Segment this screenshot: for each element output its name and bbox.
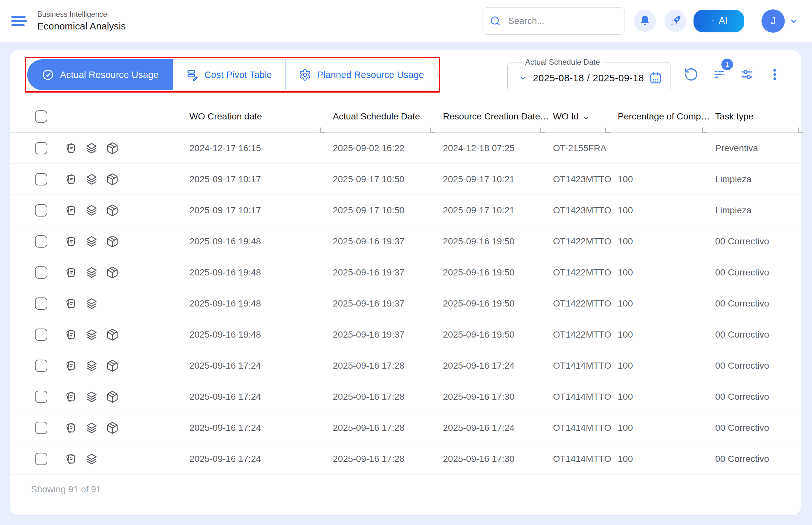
cell-actual-schedule-date: 2025-09-17 10:50 <box>323 174 433 184</box>
cell-percentage: 100 <box>608 423 706 433</box>
work-note-icon[interactable] <box>64 328 77 341</box>
table-header-row: WO Creation date Actual Schedule Date Re… <box>10 100 801 133</box>
layers-icon[interactable] <box>85 173 98 186</box>
filter-button[interactable]: 1 <box>712 67 726 82</box>
refresh-button[interactable] <box>684 67 699 82</box>
row-checkbox[interactable] <box>35 329 47 341</box>
cell-wo-creation-date: 2025-09-16 17:24 <box>180 392 323 402</box>
menu-icon[interactable] <box>11 16 27 26</box>
cell-wo-id: OT1414MTTO <box>543 361 608 371</box>
table-row: 2025-09-16 19:48 2025-09-16 19:37 2025-0… <box>10 257 801 288</box>
row-checkbox[interactable] <box>35 298 47 310</box>
select-all-checkbox[interactable] <box>35 110 47 123</box>
more-options-button[interactable] <box>767 67 782 82</box>
avatar[interactable]: J <box>762 10 785 33</box>
package-icon[interactable] <box>106 173 119 186</box>
calendar-icon[interactable] <box>649 71 663 85</box>
row-checkbox[interactable] <box>35 235 47 247</box>
tab-actual-resource-usage[interactable]: Actual Resource Usage <box>27 59 173 90</box>
row-checkbox[interactable] <box>35 422 47 434</box>
table-row: 2024-12-17 16:15 2025-09-02 16:22 2024-1… <box>10 133 801 164</box>
package-icon[interactable] <box>106 235 119 248</box>
layers-icon[interactable] <box>85 297 98 310</box>
date-range-filter[interactable]: Actual Schedule Date 2025-08-18 / 2025-0… <box>507 58 671 91</box>
row-checkbox[interactable] <box>35 360 47 372</box>
cell-percentage: 100 <box>608 205 706 215</box>
tab-planned-resource-usage[interactable]: Planned Resource Usage <box>285 59 438 90</box>
layers-icon[interactable] <box>85 142 98 155</box>
column-resize-handle[interactable] <box>430 127 435 133</box>
work-note-icon[interactable] <box>64 297 77 310</box>
layers-icon[interactable] <box>85 328 98 341</box>
ai-button-label: AI <box>719 15 728 27</box>
layers-icon[interactable] <box>85 452 98 465</box>
column-header-wo-creation-date[interactable]: WO Creation date <box>180 111 323 122</box>
column-header-percentage[interactable]: Percentage of Comp… <box>608 111 706 122</box>
breadcrumb: Business Intelligence Economical Analysi… <box>37 10 126 32</box>
column-resize-handle[interactable] <box>540 127 545 133</box>
cell-percentage: 100 <box>608 174 706 184</box>
account-menu-button[interactable] <box>788 16 799 27</box>
launch-button[interactable] <box>664 10 686 32</box>
layers-icon[interactable] <box>85 204 98 217</box>
row-checkbox[interactable] <box>35 266 47 279</box>
column-resize-handle[interactable] <box>702 127 707 133</box>
view-tabs: Actual Resource Usage Cost Pivot Table <box>27 59 438 90</box>
work-note-icon[interactable] <box>64 359 77 372</box>
sparkle-icon <box>709 17 717 25</box>
layers-icon[interactable] <box>85 359 98 372</box>
cell-task-type: 00 Correctivo <box>706 392 801 402</box>
date-range-value: 2025-08-18 / 2025-09-18 <box>528 73 649 84</box>
column-header-task-type[interactable]: Task type <box>706 111 801 122</box>
column-settings-button[interactable] <box>739 67 754 82</box>
cell-wo-id: OT1422MTTO <box>543 330 608 340</box>
column-header-wo-id[interactable]: WO Id <box>543 111 608 122</box>
column-header-resource-creation-date[interactable]: Resource Creation Date… <box>433 111 543 122</box>
check-circle-icon <box>42 68 54 81</box>
column-header-actual-schedule-date[interactable]: Actual Schedule Date <box>323 111 433 122</box>
layers-icon[interactable] <box>85 235 98 248</box>
cell-task-type: 00 Correctivo <box>706 267 801 278</box>
work-note-icon[interactable] <box>64 421 77 434</box>
notifications-button[interactable] <box>634 10 656 32</box>
package-icon[interactable] <box>106 421 119 434</box>
search-input[interactable] <box>508 16 618 27</box>
work-note-icon[interactable] <box>64 204 77 217</box>
cell-actual-schedule-date: 2025-09-16 19:37 <box>323 330 433 340</box>
column-resize-handle[interactable] <box>605 127 610 133</box>
layers-icon[interactable] <box>85 421 98 434</box>
work-note-icon[interactable] <box>64 452 77 465</box>
tab-cost-pivot-table[interactable]: Cost Pivot Table <box>173 59 285 90</box>
cell-resource-creation-date: 2025-09-17 10:21 <box>433 174 543 184</box>
bell-icon <box>638 14 652 28</box>
table-row: 2025-09-16 17:24 2025-09-16 17:28 2025-0… <box>10 412 801 444</box>
cell-actual-schedule-date: 2025-09-16 19:37 <box>323 298 433 309</box>
row-checkbox[interactable] <box>35 173 47 185</box>
column-resize-handle[interactable] <box>798 127 803 133</box>
package-icon[interactable] <box>106 359 119 372</box>
chevron-down-icon[interactable] <box>517 73 528 84</box>
ai-assistant-button[interactable]: AI <box>694 10 744 32</box>
package-icon[interactable] <box>106 204 119 217</box>
package-icon[interactable] <box>106 328 119 341</box>
layers-icon[interactable] <box>85 390 98 403</box>
package-icon[interactable] <box>106 390 119 403</box>
row-checkbox[interactable] <box>35 142 47 154</box>
top-bar: Business Intelligence Economical Analysi… <box>0 0 812 42</box>
work-note-icon[interactable] <box>64 173 77 186</box>
work-note-icon[interactable] <box>64 142 77 155</box>
package-icon[interactable] <box>106 142 119 155</box>
cell-percentage: 100 <box>608 298 706 309</box>
column-resize-handle[interactable] <box>320 127 325 133</box>
search-box[interactable] <box>482 7 625 35</box>
work-note-icon[interactable] <box>64 390 77 403</box>
package-icon[interactable] <box>106 266 119 279</box>
layers-icon[interactable] <box>85 266 98 279</box>
kebab-menu-icon <box>767 67 782 82</box>
cell-wo-creation-date: 2024-12-17 16:15 <box>180 143 323 153</box>
row-checkbox[interactable] <box>35 204 47 216</box>
row-checkbox[interactable] <box>35 391 47 403</box>
work-note-icon[interactable] <box>64 266 77 279</box>
row-checkbox[interactable] <box>35 453 47 465</box>
work-note-icon[interactable] <box>64 235 77 248</box>
